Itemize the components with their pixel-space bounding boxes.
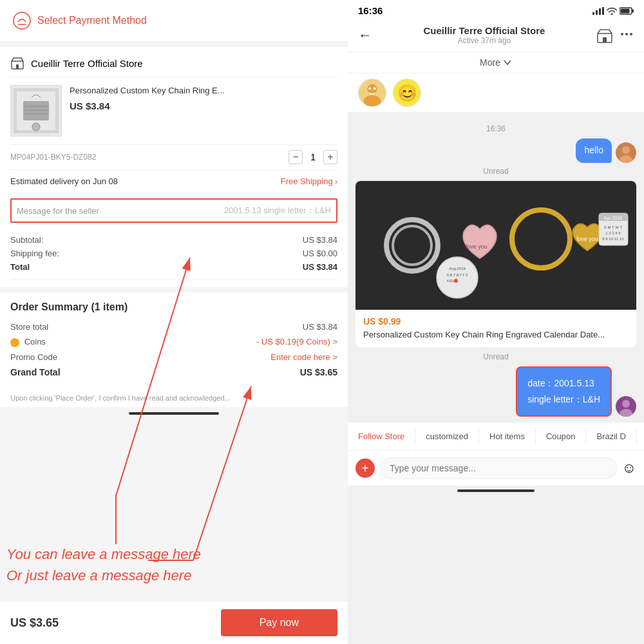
subtotal-label: Subtotal: <box>10 235 43 245</box>
svg-rect-12 <box>592 12 594 15</box>
avatar-image-2: 😊 <box>393 79 421 106</box>
store-total-value: US $3.84 <box>303 322 337 332</box>
svg-point-47 <box>437 257 478 298</box>
add-attachment-button[interactable]: + <box>355 459 375 478</box>
svg-rect-6 <box>23 101 49 120</box>
svg-rect-21 <box>603 37 607 43</box>
payment-header[interactable]: Select Payment Method <box>0 0 348 42</box>
store-chat-icon[interactable] <box>596 27 613 44</box>
brazil-d-tab[interactable]: Brazil D <box>586 428 637 445</box>
svg-text:love you: love you <box>466 243 488 250</box>
store-total-row: Store total US $3.84 <box>10 319 337 334</box>
customized-tab[interactable]: customized <box>415 428 479 445</box>
svg-text:1 2 3 4 5: 1 2 3 4 5 <box>605 231 621 235</box>
terms-text: Upon clicking 'Place Order', I confirm I… <box>0 389 348 407</box>
quick-replies: Follow Store customized Hot items Coupon… <box>348 422 644 450</box>
follow-store-tab[interactable]: Follow Store <box>348 428 415 445</box>
back-button[interactable]: ← <box>358 27 372 44</box>
svg-rect-18 <box>621 8 630 13</box>
product-thumbnail <box>14 88 59 133</box>
avatar-2[interactable]: 😊 <box>393 79 421 107</box>
chat-header-icons <box>596 27 634 44</box>
svg-rect-19 <box>632 9 634 12</box>
product-image <box>10 85 62 137</box>
order-summary: Order Summary (1 item) Store total US $3… <box>0 292 348 389</box>
svg-point-53 <box>622 400 630 408</box>
svg-point-51 <box>454 279 458 283</box>
hot-items-tab[interactable]: Hot items <box>479 428 536 445</box>
user-avatar-hello <box>616 142 636 163</box>
avatar-image-1 <box>359 79 386 106</box>
subtotal-value: US $3.84 <box>303 235 337 245</box>
total-label: Total <box>10 262 30 272</box>
product-card-info: US $0.99 Personalized Custom Key Chain R… <box>355 310 636 347</box>
svg-text:😊: 😊 <box>397 84 417 103</box>
shipping-row: Shipping fee: US $0.00 <box>10 247 337 260</box>
increase-qty-button[interactable]: + <box>323 150 337 164</box>
emoji-button[interactable]: ☺ <box>622 460 636 477</box>
keychain-svg: love you love you Apr 2018 S M T W T 1 2… <box>355 181 636 310</box>
free-shipping-label[interactable]: Free Shipping › <box>281 176 337 186</box>
timestamp-label: 16:36 <box>355 124 636 133</box>
bottom-bar: US $3.65 Pay now <box>0 601 348 644</box>
product-price: US $3.84 <box>70 100 337 111</box>
coins-value[interactable]: - US $0.19(9 Coins) > <box>256 337 337 347</box>
message-for-seller-row[interactable]: Message for the seller 2001.5.13 single … <box>10 198 337 223</box>
svg-text:S M T W T F S: S M T W T F S <box>447 273 468 277</box>
product-card-price: US $0.99 <box>363 316 629 327</box>
total-value: US $3.84 <box>303 262 337 272</box>
svg-text:love you: love you <box>576 236 598 242</box>
avatar-1[interactable] <box>358 79 386 107</box>
svg-point-22 <box>621 33 623 35</box>
product-card-image: love you love you Apr 2018 S M T W T 1 2… <box>355 181 636 310</box>
svg-point-24 <box>630 33 632 35</box>
outgoing-hello-message: hello <box>355 138 636 163</box>
more-options-icon[interactable] <box>620 27 634 41</box>
svg-text:Apr 2018: Apr 2018 <box>604 216 623 221</box>
decrease-qty-button[interactable]: − <box>289 150 303 164</box>
custom-message-bubble: date：2001.5.13 single letter：L&H <box>516 366 612 417</box>
unread-label-2: Unread <box>355 352 636 361</box>
store-total-label: Store total <box>10 322 48 332</box>
svg-point-28 <box>368 87 371 90</box>
status-icons <box>592 7 634 15</box>
quantity-control[interactable]: − 1 + <box>289 150 337 164</box>
chat-store-status: Active 37m ago <box>379 36 590 45</box>
product-row: Personalized Custom Key Chain Ring E... … <box>10 77 337 145</box>
custom-message-line1: date：2001.5.13 <box>527 375 600 392</box>
delivery-row: Estimated delivery on Jun 08 Free Shippi… <box>10 170 337 193</box>
annotation-line2: Or just leave a message here <box>6 565 201 586</box>
svg-point-10 <box>32 123 40 131</box>
grand-total-row: Grand Total US $3.65 <box>10 365 337 380</box>
svg-text:S M T W T: S M T W T <box>604 225 623 229</box>
chat-header: ← Cueillir Terre Official Store Active 3… <box>348 19 644 52</box>
svg-text:K&V: K&V <box>447 279 455 283</box>
payment-method-label[interactable]: Select Payment Method <box>37 15 147 26</box>
promo-value[interactable]: Enter code here > <box>270 352 337 362</box>
chat-messages: 16:36 hello Unread <box>348 113 644 422</box>
svg-text:Aug.2019: Aug.2019 <box>449 267 466 270</box>
store-icon <box>10 56 24 70</box>
total-amount: US $3.65 <box>10 616 59 630</box>
total-row: Total US $3.84 <box>10 260 337 274</box>
grand-total-value: US $3.65 <box>300 367 337 377</box>
battery-icon <box>620 7 634 15</box>
pay-now-button[interactable]: Pay now <box>221 609 337 636</box>
delivery-text: Estimated delivery on Jun 08 <box>10 176 118 186</box>
message-value: 2001.5.13 single letter：L&H <box>224 205 331 216</box>
left-home-indicator <box>129 412 219 415</box>
coins-row[interactable]: Coins - US $0.19(9 Coins) > <box>10 334 337 350</box>
store-header: Cueillir Terre Official Store <box>10 47 337 77</box>
promo-row[interactable]: Promo Code Enter code here > <box>10 350 337 365</box>
coupon-tab[interactable]: Coupon <box>536 428 587 445</box>
message-input[interactable] <box>380 457 617 479</box>
more-bar[interactable]: More <box>348 52 644 73</box>
chevron-down-icon <box>503 58 512 67</box>
quantity-value: 1 <box>310 152 316 162</box>
signal-icon <box>592 7 604 15</box>
unread-label-1: Unread <box>355 167 636 176</box>
product-title: Personalized Custom Key Chain Ring E... <box>70 85 337 97</box>
message-label: Message for the seller <box>17 206 224 216</box>
product-card[interactable]: love you love you Apr 2018 S M T W T 1 2… <box>355 181 636 347</box>
custom-message-line2: single letter：L&H <box>527 392 600 408</box>
